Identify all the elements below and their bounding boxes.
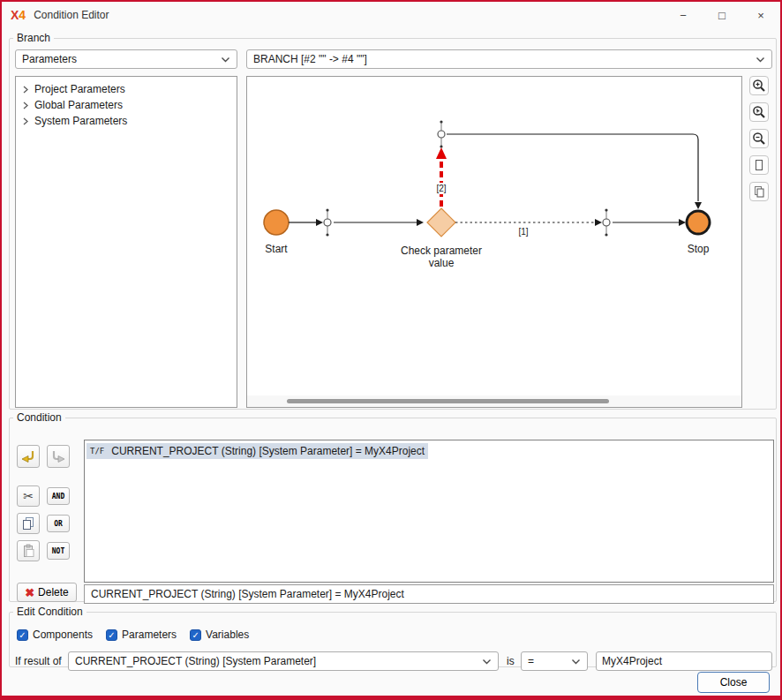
parameter-tree: Project Parameters Global Parameters Sys… <box>15 76 237 408</box>
is-label: is <box>507 655 521 667</box>
true-false-icon: T/F <box>90 447 104 455</box>
chevron-down-icon <box>482 659 492 665</box>
parameter-type-dropdown[interactable]: Parameters <box>15 49 237 69</box>
tree-item-system-parameters[interactable]: System Parameters <box>18 113 235 129</box>
magnifier-minus-icon <box>752 132 766 146</box>
apply-condition-button[interactable] <box>17 445 40 468</box>
comparison-value-input[interactable] <box>596 651 772 671</box>
close-button[interactable]: Close <box>697 672 770 693</box>
checkbox-checked-icon: ✓ <box>190 629 201 641</box>
chevron-right-icon <box>22 102 29 109</box>
components-checkbox[interactable]: ✓ Components <box>17 628 93 641</box>
operator-value: = <box>528 655 534 667</box>
paste-button[interactable] <box>17 540 40 561</box>
condition-editor-dialog: X4 Condition Editor − □ × Branch Paramet… <box>0 0 782 700</box>
junction-node-2[interactable] <box>603 208 610 236</box>
workflow-canvas[interactable]: Start Check parameter value <box>246 76 742 408</box>
chevron-down-icon <box>571 659 581 665</box>
fit-window-button[interactable] <box>749 182 769 201</box>
chevron-right-icon <box>22 117 29 125</box>
zoom-in-button[interactable] <box>749 76 769 95</box>
branch-dropdown-value: BRANCH [#2 "" -> #4 ""] <box>253 53 367 65</box>
edge2-label: [2] <box>436 184 446 193</box>
minimize-button[interactable]: − <box>664 2 703 28</box>
window-title: Condition Editor <box>34 9 109 21</box>
chevron-right-icon <box>22 86 29 94</box>
workflow-diagram: Start Check parameter value <box>247 77 741 395</box>
copy-button[interactable] <box>17 513 40 534</box>
tree-item-label: System Parameters <box>34 115 127 127</box>
x4-logo: X4 <box>11 8 26 22</box>
selected-condition: T/FCURRENT_PROJECT (String) [System Para… <box>86 443 428 459</box>
branch-group-label: Branch <box>13 32 54 44</box>
close-window-button[interactable]: × <box>741 2 780 28</box>
source-checkboxes: ✓ Components ✓ Parameters ✓ Variables <box>17 628 249 641</box>
x4-logo-4: 4 <box>19 8 26 22</box>
scissors-icon: ✂ <box>23 490 34 502</box>
stop-node[interactable] <box>687 211 710 234</box>
scrollbar-thumb[interactable] <box>287 399 609 403</box>
edit-condition-group: Edit Condition ✓ Components ✓ Parameters… <box>9 606 777 667</box>
if-result-label: If result of <box>15 655 68 667</box>
junction-node-top[interactable] <box>438 120 445 147</box>
canvas-horizontal-scrollbar[interactable] <box>247 395 741 407</box>
condition-group-label: Condition <box>13 411 65 424</box>
start-node[interactable] <box>264 210 289 235</box>
variables-checkbox-label: Variables <box>206 628 249 641</box>
parameter-type-value: Parameters <box>22 53 77 65</box>
redo-condition-button[interactable] <box>47 445 70 468</box>
window-controls: − □ × <box>664 2 780 28</box>
edit-condition-group-label: Edit Condition <box>13 606 86 618</box>
condition-list[interactable]: T/FCURRENT_PROJECT (String) [System Para… <box>84 440 774 583</box>
fit-page-button[interactable] <box>749 155 769 175</box>
condition-expression-field[interactable]: CURRENT_PROJECT (String) [System Paramet… <box>84 584 774 604</box>
zoom-out-button[interactable] <box>749 129 769 148</box>
condition-list-item[interactable]: T/FCURRENT_PROJECT (String) [System Para… <box>86 443 771 459</box>
copy-icon <box>21 516 35 531</box>
gray-arrow-icon <box>50 448 66 464</box>
maximize-button[interactable]: □ <box>703 2 741 28</box>
condition-builder-row: If result of CURRENT_PROJECT (String) [S… <box>15 651 772 671</box>
condition-group: Condition ✂ AND OR NOT ✖ Delete T/FCURRE… <box>9 411 777 602</box>
arrowhead-icon <box>316 219 323 226</box>
tree-item-project-parameters[interactable]: Project Parameters <box>18 81 235 97</box>
chevron-down-icon <box>756 56 765 63</box>
delete-x-icon: ✖ <box>25 587 34 598</box>
arrowhead-icon <box>695 202 702 209</box>
pages-icon <box>752 184 766 199</box>
parameters-checkbox-label: Parameters <box>122 628 177 641</box>
tree-item-label: Project Parameters <box>34 83 125 95</box>
or-button[interactable]: OR <box>47 515 70 532</box>
chevron-down-icon <box>221 56 230 63</box>
stop-node-label: Stop <box>688 243 710 255</box>
zoom-selection-button[interactable] <box>749 102 769 122</box>
edge-top-to-stop[interactable] <box>447 134 698 201</box>
paste-clipboard-icon <box>21 544 35 558</box>
magnifier-cursor-icon <box>752 105 766 119</box>
page-icon <box>752 158 766 172</box>
parameters-checkbox[interactable]: ✓ Parameters <box>106 628 177 641</box>
edge1-label: [1] <box>518 227 528 237</box>
arrowhead-icon <box>417 219 424 226</box>
branch-group: Branch Parameters BRANCH [#2 "" -> #4 ""… <box>9 32 777 410</box>
magnifier-plus-icon <box>752 79 766 93</box>
cut-button[interactable]: ✂ <box>17 485 40 507</box>
branch-dropdown[interactable]: BRANCH [#2 "" -> #4 ""] <box>246 49 772 69</box>
decision-node[interactable] <box>427 208 455 237</box>
decision-node-label-line2: value <box>429 257 455 269</box>
apply-arrow-icon <box>20 448 36 464</box>
not-button[interactable]: NOT <box>47 542 70 560</box>
checkbox-checked-icon: ✓ <box>17 629 28 641</box>
arrowhead-icon <box>595 219 602 226</box>
result-of-value: CURRENT_PROJECT (String) [System Paramet… <box>75 655 316 667</box>
delete-button[interactable]: ✖ Delete <box>17 583 77 602</box>
and-button[interactable]: AND <box>47 487 70 505</box>
junction-node-1[interactable] <box>324 208 331 236</box>
tree-item-global-parameters[interactable]: Global Parameters <box>18 97 235 113</box>
result-of-dropdown[interactable]: CURRENT_PROJECT (String) [System Paramet… <box>68 651 499 671</box>
decision-node-label-line1: Check parameter <box>401 245 482 257</box>
checkbox-checked-icon: ✓ <box>106 629 117 641</box>
x4-logo-x: X <box>11 8 19 22</box>
variables-checkbox[interactable]: ✓ Variables <box>190 628 249 641</box>
operator-dropdown[interactable]: = <box>521 651 588 671</box>
